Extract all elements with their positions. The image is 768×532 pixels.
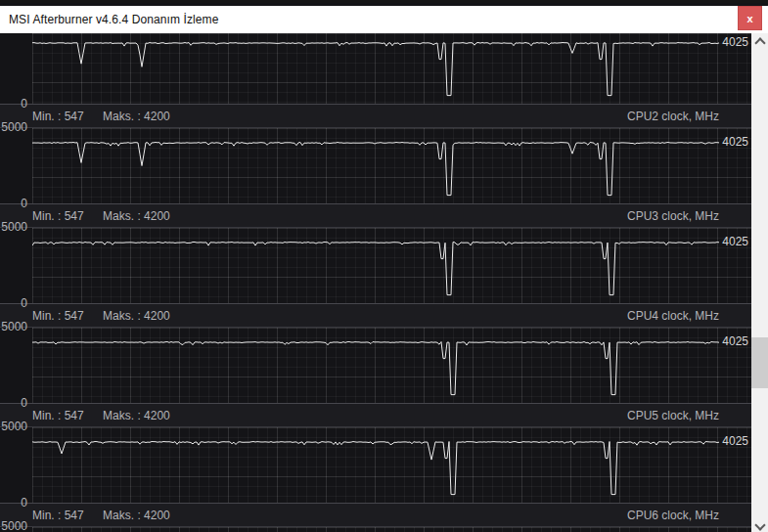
y-axis-min-label: 0	[0, 397, 27, 410]
graph-footer: Min. : 547 Maks. : 4200 CPU5 clock, MHz	[0, 403, 751, 427]
current-value-label: 4025	[722, 35, 748, 49]
y-axis-min-label: 0	[0, 98, 27, 111]
graph-name-label: CPU2 clock, MHz	[627, 110, 719, 123]
graph-section: 5000 0 4025 Min. : 547 Maks. : 4200 CPU5…	[0, 328, 751, 427]
graph-plot[interactable]: 5000	[32, 527, 751, 532]
graph-plot[interactable]: 5000 0 4025	[32, 128, 751, 203]
min-value-text: Min. : 547	[32, 309, 84, 323]
vertical-scrollbar[interactable]	[751, 33, 768, 532]
current-value-label: 4025	[722, 135, 748, 149]
clock-trace-line	[32, 228, 751, 303]
graph-section: 5000	[0, 527, 751, 532]
y-axis-max-label: 5000	[0, 321, 27, 333]
graph-section: 5000 0 4025 Min. : 547 Maks. : 4200 CPU3…	[0, 128, 751, 228]
scrollbar-thumb[interactable]	[751, 337, 768, 388]
graph-footer: Min. : 547 Maks. : 4200 CPU3 clock, MHz	[0, 203, 751, 228]
current-value-label: 4025	[722, 434, 748, 448]
min-value-text: Min. : 547	[32, 110, 84, 123]
graph-name-label: CPU6 clock, MHz	[627, 509, 719, 522]
y-axis-min-label: 0	[0, 297, 27, 310]
clock-trace-line	[32, 427, 751, 503]
graph-footer: Min. : 547 Maks. : 4200 CPU6 clock, MHz	[0, 503, 751, 527]
chevron-down-icon	[754, 519, 765, 530]
max-value-text: Maks. : 4200	[103, 110, 170, 123]
clock-trace-line	[32, 328, 751, 403]
graph-plot[interactable]: 5000 0 4025	[32, 328, 751, 403]
graph-name-label: CPU4 clock, MHz	[627, 309, 719, 323]
monitor-graph-area: 0 4025 Min. : 547 Maks. : 4200 CPU2 cloc…	[0, 33, 751, 532]
max-value-text: Maks. : 4200	[103, 309, 170, 323]
minmax-group: Min. : 547 Maks. : 4200	[32, 110, 170, 123]
chevron-up-icon	[754, 37, 765, 48]
close-button[interactable]: x	[738, 6, 762, 30]
minmax-group: Min. : 547 Maks. : 4200	[32, 509, 170, 522]
y-axis-max-label: 5000	[0, 121, 27, 134]
scrollbar-down-button[interactable]	[751, 518, 768, 532]
minmax-group: Min. : 547 Maks. : 4200	[32, 209, 170, 223]
minmax-group: Min. : 547 Maks. : 4200	[32, 309, 170, 323]
current-value-label: 4025	[722, 235, 748, 248]
graph-section: 5000 0 4025 Min. : 547 Maks. : 4200 CPU4…	[0, 228, 751, 328]
graph-plot[interactable]: 5000 0 4025	[32, 427, 751, 503]
y-axis-max-label: 5000	[0, 221, 27, 234]
min-value-text: Min. : 547	[32, 509, 84, 522]
min-value-text: Min. : 547	[32, 409, 84, 422]
graph-section: 0 4025 Min. : 547 Maks. : 4200 CPU2 cloc…	[0, 33, 751, 128]
max-value-text: Maks. : 4200	[103, 509, 170, 522]
max-value-text: Maks. : 4200	[103, 209, 170, 223]
y-axis-max-label: 5000	[0, 421, 27, 433]
current-value-label: 4025	[722, 334, 748, 348]
graph-plot[interactable]: 0 4025	[32, 33, 751, 104]
graph-name-label: CPU5 clock, MHz	[627, 409, 719, 422]
graph-footer: Min. : 547 Maks. : 4200 CPU4 clock, MHz	[0, 303, 751, 328]
graph-plot[interactable]: 5000 0 4025	[32, 228, 751, 303]
y-axis-min-label: 0	[0, 497, 27, 510]
y-axis-min-label: 0	[0, 198, 27, 210]
y-axis-max-label: 5000	[0, 520, 27, 532]
graph-section: 5000 0 4025 Min. : 547 Maks. : 4200 CPU6…	[0, 427, 751, 527]
clock-trace-line	[32, 33, 751, 104]
msi-afterburner-monitor-window: MSI Afterburner v4.6.4 Donanım İzleme x …	[0, 0, 768, 532]
titlebar[interactable]: MSI Afterburner v4.6.4 Donanım İzleme	[0, 6, 768, 33]
max-value-text: Maks. : 4200	[103, 409, 170, 422]
graph-footer: Min. : 547 Maks. : 4200 CPU2 clock, MHz	[0, 104, 751, 128]
min-value-text: Min. : 547	[32, 209, 84, 223]
minmax-group: Min. : 547 Maks. : 4200	[32, 409, 170, 422]
graph-name-label: CPU3 clock, MHz	[627, 209, 719, 223]
graph-list: 0 4025 Min. : 547 Maks. : 4200 CPU2 cloc…	[0, 33, 751, 532]
scrollbar-up-button[interactable]	[751, 33, 768, 50]
window-title: MSI Afterburner v4.6.4 Donanım İzleme	[0, 13, 218, 26]
clock-trace-line	[32, 128, 751, 203]
close-icon: x	[746, 13, 752, 24]
